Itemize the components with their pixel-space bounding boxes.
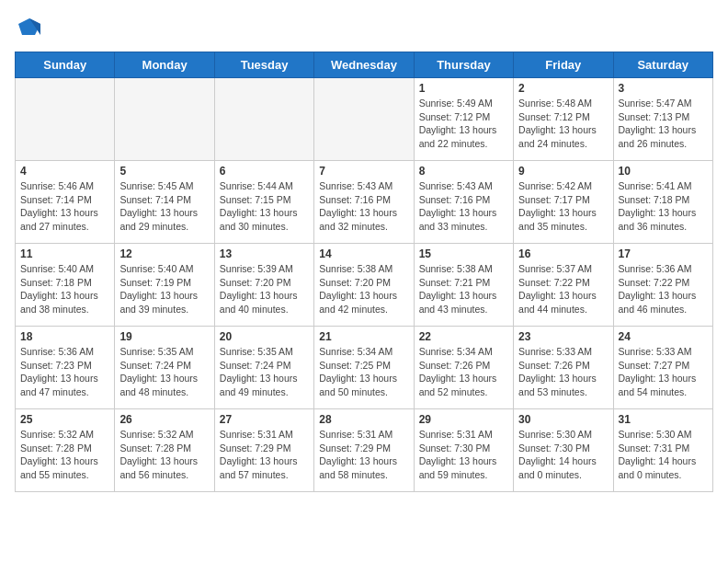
week-row-5: 25Sunrise: 5:32 AM Sunset: 7:28 PM Dayli… [16,409,713,492]
day-number: 22 [419,330,508,343]
cell-info: Sunrise: 5:37 AM Sunset: 7:22 PM Dayligh… [518,262,608,316]
cal-cell: 8Sunrise: 5:43 AM Sunset: 7:16 PM Daylig… [414,161,513,244]
cell-info: Sunrise: 5:35 AM Sunset: 7:24 PM Dayligh… [119,345,209,399]
day-header-friday: Friday [514,52,613,78]
cal-cell: 28Sunrise: 5:31 AM Sunset: 7:29 PM Dayli… [314,409,414,492]
day-number: 12 [119,247,209,260]
day-header-sunday: Sunday [16,52,115,78]
cell-info: Sunrise: 5:32 AM Sunset: 7:28 PM Dayligh… [119,428,209,482]
cell-info: Sunrise: 5:34 AM Sunset: 7:25 PM Dayligh… [319,345,408,399]
cell-info: Sunrise: 5:48 AM Sunset: 7:12 PM Dayligh… [518,97,608,151]
day-number: 31 [619,413,708,426]
day-header-thursday: Thursday [414,52,513,78]
cal-cell: 11Sunrise: 5:40 AM Sunset: 7:18 PM Dayli… [16,244,115,327]
cal-cell: 6Sunrise: 5:44 AM Sunset: 7:15 PM Daylig… [214,161,313,244]
day-number: 18 [20,330,109,343]
cal-cell: 23Sunrise: 5:33 AM Sunset: 7:26 PM Dayli… [514,327,613,409]
day-number: 21 [319,330,408,343]
page-header [15,15,713,42]
day-number: 14 [319,247,408,260]
day-number: 1 [419,82,508,95]
day-header-saturday: Saturday [613,52,712,78]
cal-cell [314,78,414,161]
day-number: 20 [220,330,309,343]
cell-info: Sunrise: 5:43 AM Sunset: 7:16 PM Dayligh… [419,179,508,234]
cell-info: Sunrise: 5:43 AM Sunset: 7:16 PM Dayligh… [319,179,408,234]
cell-info: Sunrise: 5:36 AM Sunset: 7:22 PM Dayligh… [619,262,708,316]
day-number: 9 [518,165,608,178]
cal-cell: 9Sunrise: 5:42 AM Sunset: 7:17 PM Daylig… [514,161,613,244]
cell-info: Sunrise: 5:33 AM Sunset: 7:26 PM Dayligh… [518,345,608,399]
cal-cell: 7Sunrise: 5:43 AM Sunset: 7:16 PM Daylig… [314,161,414,244]
day-number: 17 [619,247,708,260]
cal-cell [214,78,313,161]
logo-icon [15,15,42,42]
day-number: 11 [20,247,109,260]
day-number: 25 [20,413,109,426]
cell-info: Sunrise: 5:32 AM Sunset: 7:28 PM Dayligh… [20,428,109,482]
day-number: 3 [619,82,708,95]
cell-info: Sunrise: 5:47 AM Sunset: 7:13 PM Dayligh… [619,97,708,151]
day-header-monday: Monday [115,52,214,78]
day-number: 13 [220,247,309,260]
cal-cell: 19Sunrise: 5:35 AM Sunset: 7:24 PM Dayli… [115,327,214,409]
cell-info: Sunrise: 5:30 AM Sunset: 7:30 PM Dayligh… [518,428,608,482]
cal-cell: 31Sunrise: 5:30 AM Sunset: 7:31 PM Dayli… [613,409,712,492]
day-number: 30 [518,413,608,426]
cell-info: Sunrise: 5:38 AM Sunset: 7:20 PM Dayligh… [319,262,408,316]
cal-cell: 15Sunrise: 5:38 AM Sunset: 7:21 PM Dayli… [414,244,513,327]
cell-info: Sunrise: 5:44 AM Sunset: 7:15 PM Dayligh… [220,179,309,234]
cal-cell: 2Sunrise: 5:48 AM Sunset: 7:12 PM Daylig… [514,78,613,161]
cal-cell: 24Sunrise: 5:33 AM Sunset: 7:27 PM Dayli… [613,327,712,409]
day-number: 2 [518,82,608,95]
cell-info: Sunrise: 5:42 AM Sunset: 7:17 PM Dayligh… [518,179,608,234]
day-number: 4 [20,165,109,178]
cell-info: Sunrise: 5:41 AM Sunset: 7:18 PM Dayligh… [619,179,708,234]
day-number: 26 [119,413,209,426]
cell-info: Sunrise: 5:38 AM Sunset: 7:21 PM Dayligh… [419,262,508,316]
logo [15,15,46,42]
cal-cell: 1Sunrise: 5:49 AM Sunset: 7:12 PM Daylig… [414,78,513,161]
cal-cell: 3Sunrise: 5:47 AM Sunset: 7:13 PM Daylig… [613,78,712,161]
cell-info: Sunrise: 5:39 AM Sunset: 7:20 PM Dayligh… [220,262,309,316]
day-number: 6 [220,165,309,178]
day-number: 5 [119,165,209,178]
day-number: 23 [518,330,608,343]
day-number: 16 [518,247,608,260]
day-number: 19 [119,330,209,343]
cal-cell: 30Sunrise: 5:30 AM Sunset: 7:30 PM Dayli… [514,409,613,492]
cal-cell: 26Sunrise: 5:32 AM Sunset: 7:28 PM Dayli… [115,409,214,492]
cal-cell: 13Sunrise: 5:39 AM Sunset: 7:20 PM Dayli… [214,244,313,327]
day-number: 27 [220,413,309,426]
cell-info: Sunrise: 5:35 AM Sunset: 7:24 PM Dayligh… [220,345,309,399]
cell-info: Sunrise: 5:34 AM Sunset: 7:26 PM Dayligh… [419,345,508,399]
day-number: 7 [319,165,408,178]
cell-info: Sunrise: 5:40 AM Sunset: 7:19 PM Dayligh… [119,262,209,316]
cal-cell: 5Sunrise: 5:45 AM Sunset: 7:14 PM Daylig… [115,161,214,244]
cal-cell: 17Sunrise: 5:36 AM Sunset: 7:22 PM Dayli… [613,244,712,327]
cal-cell: 21Sunrise: 5:34 AM Sunset: 7:25 PM Dayli… [314,327,414,409]
cell-info: Sunrise: 5:46 AM Sunset: 7:14 PM Dayligh… [20,179,109,234]
cal-cell: 14Sunrise: 5:38 AM Sunset: 7:20 PM Dayli… [314,244,414,327]
day-header-wednesday: Wednesday [314,52,414,78]
cal-cell: 18Sunrise: 5:36 AM Sunset: 7:23 PM Dayli… [16,327,115,409]
cell-info: Sunrise: 5:30 AM Sunset: 7:31 PM Dayligh… [619,428,708,482]
cell-info: Sunrise: 5:49 AM Sunset: 7:12 PM Dayligh… [419,97,508,151]
cal-cell [16,78,115,161]
day-header-tuesday: Tuesday [214,52,313,78]
cell-info: Sunrise: 5:36 AM Sunset: 7:23 PM Dayligh… [20,345,109,399]
cal-cell: 25Sunrise: 5:32 AM Sunset: 7:28 PM Dayli… [16,409,115,492]
cell-info: Sunrise: 5:45 AM Sunset: 7:14 PM Dayligh… [119,179,209,234]
cal-cell: 16Sunrise: 5:37 AM Sunset: 7:22 PM Dayli… [514,244,613,327]
day-number: 10 [619,165,708,178]
calendar-table: SundayMondayTuesdayWednesdayThursdayFrid… [15,52,713,492]
day-number: 15 [419,247,508,260]
cell-info: Sunrise: 5:31 AM Sunset: 7:29 PM Dayligh… [220,428,309,482]
day-number: 24 [619,330,708,343]
week-row-3: 11Sunrise: 5:40 AM Sunset: 7:18 PM Dayli… [16,244,713,327]
day-number: 28 [319,413,408,426]
week-row-2: 4Sunrise: 5:46 AM Sunset: 7:14 PM Daylig… [16,161,713,244]
cell-info: Sunrise: 5:31 AM Sunset: 7:30 PM Dayligh… [419,428,508,482]
cal-cell: 20Sunrise: 5:35 AM Sunset: 7:24 PM Dayli… [214,327,313,409]
cell-info: Sunrise: 5:40 AM Sunset: 7:18 PM Dayligh… [20,262,109,316]
